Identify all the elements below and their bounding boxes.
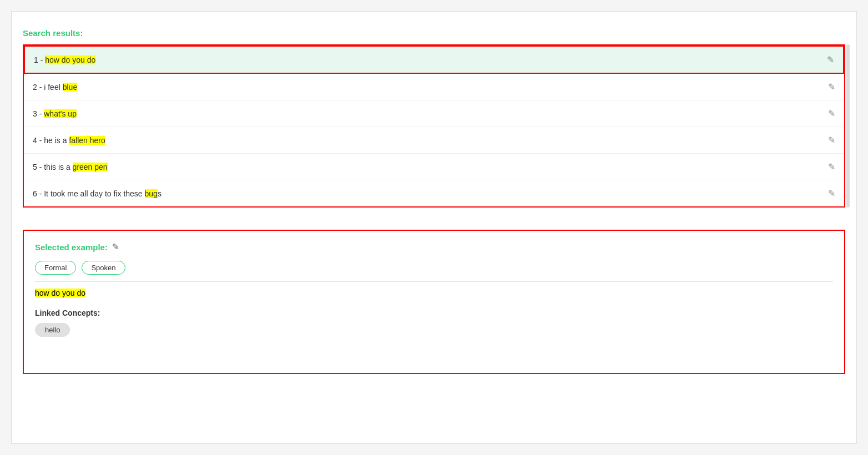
result-item-1-edit-icon[interactable]: ✎ <box>827 54 834 65</box>
page-container: Search results: 1 - how do you do ✎ 2 - … <box>11 11 857 444</box>
selected-example-header: Selected example: ✎ <box>35 242 833 252</box>
result-item-6-edit-icon[interactable]: ✎ <box>828 188 835 199</box>
results-list-wrapper: 1 - how do you do ✎ 2 - i feel blue ✎ 3 … <box>23 44 845 208</box>
result-item-1-highlight: how do you do <box>45 55 95 64</box>
tags-divider <box>35 281 833 282</box>
result-item-3-edit-icon[interactable]: ✎ <box>828 108 835 119</box>
result-item-5-edit-icon[interactable]: ✎ <box>828 161 835 172</box>
result-item-4-text: 4 - he is a fallen hero <box>33 136 822 145</box>
result-item-4[interactable]: 4 - he is a fallen hero ✎ <box>24 127 844 154</box>
selected-example-title: Selected example: <box>35 242 108 252</box>
tags-row: Formal Spoken <box>35 261 833 275</box>
result-item-4-edit-icon[interactable]: ✎ <box>828 135 835 145</box>
result-item-1-text: 1 - how do you do <box>34 55 821 64</box>
result-item-5[interactable]: 5 - this is a green pen ✎ <box>24 154 844 180</box>
result-item-4-highlight: fallen hero <box>69 136 105 145</box>
example-text: how do you do <box>35 289 833 297</box>
linked-concepts-label: Linked Concepts: <box>35 309 833 317</box>
result-item-2[interactable]: 2 - i feel blue ✎ <box>24 74 844 100</box>
result-item-6-text: 6 - It took me all day to fix these bugs <box>33 189 822 198</box>
result-item-2-edit-icon[interactable]: ✎ <box>828 82 835 92</box>
result-item-2-text: 2 - i feel blue <box>33 83 822 92</box>
results-list: 1 - how do you do ✎ 2 - i feel blue ✎ 3 … <box>23 44 845 208</box>
result-item-5-text: 5 - this is a green pen <box>33 163 822 171</box>
result-item-6[interactable]: 6 - It took me all day to fix these bugs… <box>24 180 844 206</box>
result-item-6-highlight: bug <box>145 189 158 198</box>
selected-example-section: Selected example: ✎ Formal Spoken how do… <box>23 230 845 374</box>
search-results-section: Search results: 1 - how do you do ✎ 2 - … <box>12 23 856 219</box>
tag-spoken[interactable]: Spoken <box>82 261 125 275</box>
result-item-3[interactable]: 3 - what's up ✎ <box>24 100 844 127</box>
result-item-1[interactable]: 1 - how do you do ✎ <box>24 46 844 74</box>
result-item-3-text: 3 - what's up <box>33 109 822 118</box>
tag-formal[interactable]: Formal <box>35 261 76 275</box>
result-item-3-highlight: what's up <box>44 109 77 118</box>
result-item-2-highlight: blue <box>63 83 77 92</box>
result-item-5-highlight: green pen <box>73 163 108 171</box>
example-text-highlight: how do you do <box>35 289 85 297</box>
search-results-title: Search results: <box>23 28 845 38</box>
selected-example-edit-button[interactable]: ✎ <box>112 242 119 252</box>
concept-tag-hello[interactable]: hello <box>35 323 70 337</box>
